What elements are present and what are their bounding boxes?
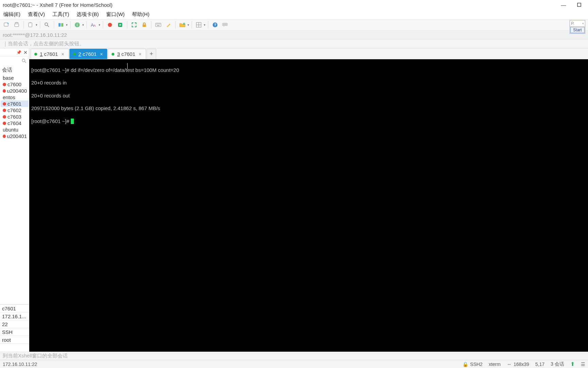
tree-item[interactable]: c7604	[1, 120, 28, 126]
layout-icon[interactable]	[194, 20, 203, 29]
minimize-button[interactable]: —	[559, 1, 568, 8]
start-button[interactable]: Start	[570, 27, 585, 33]
search-icon[interactable]	[43, 20, 51, 29]
dropdown-caret-icon[interactable]: ▾	[187, 23, 189, 27]
menu-tabs[interactable]: 选项卡(B)	[75, 11, 100, 18]
content-area: 1 c7601 × 2 c7601 × 3 c7601 × + [root@c7…	[29, 48, 588, 352]
tree-item[interactable]: c7600	[1, 81, 28, 88]
tree-item[interactable]: c7603	[1, 113, 28, 120]
svg-rect-16	[157, 24, 158, 25]
status-size-label: 168x39	[513, 362, 529, 367]
status-up-icon[interactable]: ⬆	[570, 361, 575, 367]
session-tab-3[interactable]: 3 c7601 ×	[108, 49, 146, 59]
tree-label: c7604	[7, 120, 21, 126]
font-icon[interactable]: AA	[89, 20, 98, 29]
start-panel-row-label: P.	[571, 21, 574, 26]
highlight-icon[interactable]	[164, 20, 173, 29]
session-tree: base c7600 u200400 entos c7601 c7602 c76…	[0, 75, 29, 141]
tree-label: base	[3, 75, 14, 81]
address-bar[interactable]: root:******@172.16.10.11:22	[0, 31, 588, 40]
tree-item[interactable]: u200401	[1, 133, 28, 139]
new-folder-icon[interactable]	[178, 20, 187, 29]
window-controls: —	[559, 1, 585, 8]
lock-icon[interactable]	[140, 20, 149, 29]
start-panel: P.▾ Start	[570, 20, 585, 34]
status-cursor: 5,17	[535, 362, 544, 367]
status-addr: 172.16.10.11:22	[3, 362, 37, 367]
paste-icon[interactable]	[26, 20, 35, 29]
menu-view[interactable]: 查看(V)	[27, 11, 46, 18]
status-menu-icon[interactable]: ☰	[581, 362, 585, 367]
dropdown-caret-icon[interactable]: ▾	[82, 23, 84, 27]
pin-icon[interactable]: 📌	[16, 50, 21, 55]
svg-rect-7	[61, 23, 63, 27]
broadcast-bar[interactable]: 到当前Xshell窗口的全部会话	[0, 352, 588, 360]
dropdown-caret-icon[interactable]: ▾	[204, 23, 206, 27]
svg-point-5	[45, 23, 48, 26]
new-session-icon[interactable]	[2, 20, 11, 29]
search-icon[interactable]	[21, 58, 27, 64]
tab-close-icon[interactable]: ×	[138, 51, 142, 57]
window-title: root@c7601:~ - Xshell 7 (Free for Home/S…	[3, 2, 112, 8]
prop-protocol: SSH	[0, 328, 29, 336]
menu-window[interactable]: 窗口(W)	[105, 11, 126, 18]
tree-item[interactable]: c7601	[1, 101, 28, 107]
status-dot-icon	[3, 115, 6, 119]
tree-group-ubuntu[interactable]: ubuntu	[1, 126, 28, 133]
svg-rect-4	[30, 22, 31, 23]
globe-icon[interactable]	[73, 20, 82, 29]
svg-rect-13	[143, 25, 146, 27]
tab-close-icon[interactable]: ×	[61, 51, 65, 57]
menu-tools[interactable]: 工具(T)	[51, 11, 70, 18]
status-dot-icon	[3, 135, 6, 138]
status-dot-icon	[3, 122, 6, 125]
lock-icon: 🔒	[462, 362, 468, 367]
tree-label: u200401	[7, 133, 27, 139]
tree-item[interactable]: u200400	[1, 88, 28, 94]
prop-empty	[0, 344, 29, 352]
svg-text:A: A	[94, 24, 96, 27]
play-icon[interactable]	[116, 20, 125, 29]
maximize-button[interactable]	[575, 1, 583, 8]
session-tab-1[interactable]: 1 c7601 ×	[31, 49, 69, 59]
session-tab-2[interactable]: 2 c7601 ×	[69, 49, 108, 59]
terminal[interactable]: [root@c7601 ~]# dd if=/dev/zero of=/data…	[29, 59, 588, 352]
dropdown-caret-icon[interactable]: ▾	[99, 23, 100, 27]
dropdown-caret-icon[interactable]: ▾	[36, 23, 37, 27]
tree-label: c7601	[7, 101, 21, 107]
tree-label: c7600	[7, 81, 21, 87]
svg-point-11	[108, 23, 112, 27]
status-dot-icon	[3, 102, 6, 106]
prop-name: c7601	[0, 305, 29, 312]
menu-edit[interactable]: 编辑(E)	[2, 11, 22, 18]
status-sessions: 3 会话	[551, 361, 564, 367]
help-icon[interactable]: ?	[211, 20, 219, 29]
tree-group-centos[interactable]: entos	[1, 94, 28, 101]
copy-layout-icon[interactable]	[56, 20, 65, 29]
chat-icon[interactable]	[221, 20, 230, 29]
hint-text: ｜当前会话，点击左侧的箭头按钮。	[3, 41, 84, 47]
tree-item[interactable]: c7602	[1, 107, 28, 113]
terminal-line: [root@c7601 ~]#	[31, 118, 586, 125]
add-tab-button[interactable]: +	[147, 49, 156, 59]
tab-label: 1 c7601	[40, 51, 58, 57]
menubar: 编辑(E) 查看(V) 工具(T) 选项卡(B) 窗口(W) 帮助(H)	[0, 10, 588, 19]
open-session-icon[interactable]	[12, 20, 21, 29]
close-icon[interactable]: ✕	[23, 50, 28, 55]
prompt: [root@c7601 ~]#	[31, 118, 71, 124]
prop-host: 172.16.1...	[0, 312, 29, 320]
menu-help[interactable]: 帮助(H)	[131, 11, 151, 18]
tab-close-icon[interactable]: ×	[99, 51, 103, 57]
status-dot-icon	[34, 53, 37, 56]
keyboard-icon[interactable]	[154, 20, 163, 29]
tree-label: entos	[3, 94, 15, 100]
record-icon[interactable]	[105, 20, 114, 29]
terminal-cursor	[71, 119, 74, 124]
fullscreen-icon[interactable]	[130, 20, 138, 29]
start-panel-row: P.▾	[570, 20, 585, 27]
svg-rect-17	[158, 24, 159, 25]
toolbar: ▾ ▾ ▾ AA ▾ ▾ ▾ ? P.▾ Start	[0, 19, 588, 31]
dropdown-caret-icon[interactable]: ▾	[66, 23, 68, 27]
tree-group-base[interactable]: base	[1, 75, 28, 81]
status-termtype: xterm	[489, 362, 501, 367]
